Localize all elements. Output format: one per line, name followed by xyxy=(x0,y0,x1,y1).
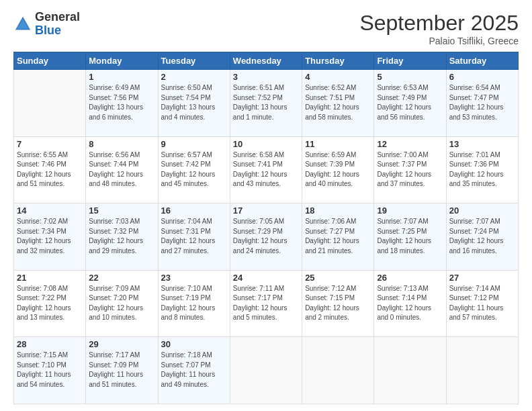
calendar-day-cell: 25Sunrise: 7:12 AM Sunset: 7:15 PM Dayli… xyxy=(302,270,374,337)
month-title: September 2025 xyxy=(359,11,519,36)
day-number: 24 xyxy=(233,273,299,283)
day-info: Sunrise: 6:52 AM Sunset: 7:51 PM Dayligh… xyxy=(305,83,371,122)
day-info: Sunrise: 6:59 AM Sunset: 7:39 PM Dayligh… xyxy=(305,150,371,189)
day-number: 30 xyxy=(161,339,227,349)
calendar-day-cell: 14Sunrise: 7:02 AM Sunset: 7:34 PM Dayli… xyxy=(14,203,86,271)
day-info: Sunrise: 6:53 AM Sunset: 7:49 PM Dayligh… xyxy=(377,83,443,122)
calendar-day-cell xyxy=(14,70,86,137)
day-info: Sunrise: 6:58 AM Sunset: 7:41 PM Dayligh… xyxy=(233,150,299,189)
calendar-day-cell: 15Sunrise: 7:03 AM Sunset: 7:32 PM Dayli… xyxy=(86,203,158,271)
day-info: Sunrise: 7:07 AM Sunset: 7:24 PM Dayligh… xyxy=(449,217,515,256)
day-number: 4 xyxy=(305,72,371,82)
day-info: Sunrise: 7:00 AM Sunset: 7:37 PM Dayligh… xyxy=(377,150,443,189)
logo: General Blue xyxy=(13,11,80,38)
day-info: Sunrise: 6:56 AM Sunset: 7:44 PM Dayligh… xyxy=(89,150,154,189)
logo-text: General Blue xyxy=(35,11,80,38)
calendar-day-cell: 9Sunrise: 6:57 AM Sunset: 7:42 PM Daylig… xyxy=(158,136,230,203)
calendar-day-cell: 27Sunrise: 7:14 AM Sunset: 7:12 PM Dayli… xyxy=(446,270,518,337)
day-number: 17 xyxy=(233,205,299,216)
day-header-thursday: Thursday xyxy=(302,52,374,70)
day-info: Sunrise: 7:15 AM Sunset: 7:10 PM Dayligh… xyxy=(17,351,83,390)
calendar-day-cell: 23Sunrise: 7:10 AM Sunset: 7:19 PM Dayli… xyxy=(158,270,230,337)
day-number: 16 xyxy=(161,205,227,216)
day-number: 23 xyxy=(161,273,227,283)
calendar-day-cell: 10Sunrise: 6:58 AM Sunset: 7:41 PM Dayli… xyxy=(230,136,302,203)
day-number: 19 xyxy=(377,205,443,216)
calendar-day-cell: 22Sunrise: 7:09 AM Sunset: 7:20 PM Dayli… xyxy=(86,270,158,337)
day-number: 15 xyxy=(89,205,154,216)
calendar-header-row: SundayMondayTuesdayWednesdayThursdayFrid… xyxy=(14,52,519,70)
calendar-day-cell: 20Sunrise: 7:07 AM Sunset: 7:24 PM Dayli… xyxy=(446,203,518,271)
calendar-day-cell xyxy=(446,337,518,404)
day-number: 2 xyxy=(161,72,227,82)
day-number: 12 xyxy=(377,139,443,149)
day-info: Sunrise: 7:13 AM Sunset: 7:14 PM Dayligh… xyxy=(377,284,443,323)
day-number: 27 xyxy=(449,273,515,283)
calendar-day-cell: 7Sunrise: 6:55 AM Sunset: 7:46 PM Daylig… xyxy=(14,136,86,203)
calendar-week-row: 14Sunrise: 7:02 AM Sunset: 7:34 PM Dayli… xyxy=(14,203,519,271)
calendar-week-row: 21Sunrise: 7:08 AM Sunset: 7:22 PM Dayli… xyxy=(14,270,519,337)
day-info: Sunrise: 7:03 AM Sunset: 7:32 PM Dayligh… xyxy=(89,217,154,256)
day-number: 21 xyxy=(17,273,83,283)
day-header-wednesday: Wednesday xyxy=(230,52,302,70)
day-info: Sunrise: 7:18 AM Sunset: 7:07 PM Dayligh… xyxy=(161,351,227,390)
day-number: 20 xyxy=(449,205,515,216)
calendar-day-cell: 17Sunrise: 7:05 AM Sunset: 7:29 PM Dayli… xyxy=(230,203,302,271)
calendar-day-cell: 5Sunrise: 6:53 AM Sunset: 7:49 PM Daylig… xyxy=(374,70,446,137)
day-info: Sunrise: 7:12 AM Sunset: 7:15 PM Dayligh… xyxy=(305,284,371,323)
calendar-day-cell: 6Sunrise: 6:54 AM Sunset: 7:47 PM Daylig… xyxy=(446,70,518,137)
day-info: Sunrise: 6:51 AM Sunset: 7:52 PM Dayligh… xyxy=(233,83,299,122)
header: General Blue September 2025 Palaio Tsifl… xyxy=(13,11,519,46)
day-number: 10 xyxy=(233,139,299,149)
day-info: Sunrise: 6:50 AM Sunset: 7:54 PM Dayligh… xyxy=(161,83,227,122)
day-info: Sunrise: 6:49 AM Sunset: 7:56 PM Dayligh… xyxy=(89,83,154,122)
day-number: 28 xyxy=(17,339,83,349)
calendar-day-cell: 26Sunrise: 7:13 AM Sunset: 7:14 PM Dayli… xyxy=(374,270,446,337)
day-number: 11 xyxy=(305,139,371,149)
calendar-day-cell: 1Sunrise: 6:49 AM Sunset: 7:56 PM Daylig… xyxy=(86,70,158,137)
day-info: Sunrise: 7:06 AM Sunset: 7:27 PM Dayligh… xyxy=(305,217,371,256)
day-number: 14 xyxy=(17,205,83,216)
day-info: Sunrise: 7:07 AM Sunset: 7:25 PM Dayligh… xyxy=(377,217,443,256)
day-info: Sunrise: 7:14 AM Sunset: 7:12 PM Dayligh… xyxy=(449,284,515,323)
day-info: Sunrise: 7:08 AM Sunset: 7:22 PM Dayligh… xyxy=(17,284,83,323)
day-number: 29 xyxy=(89,339,154,349)
day-info: Sunrise: 7:05 AM Sunset: 7:29 PM Dayligh… xyxy=(233,217,299,256)
day-number: 6 xyxy=(449,72,515,82)
day-info: Sunrise: 7:11 AM Sunset: 7:17 PM Dayligh… xyxy=(233,284,299,323)
calendar-day-cell: 18Sunrise: 7:06 AM Sunset: 7:27 PM Dayli… xyxy=(302,203,374,271)
day-info: Sunrise: 7:17 AM Sunset: 7:09 PM Dayligh… xyxy=(89,351,154,390)
day-header-friday: Friday xyxy=(374,52,446,70)
day-number: 3 xyxy=(233,72,299,82)
calendar-week-row: 7Sunrise: 6:55 AM Sunset: 7:46 PM Daylig… xyxy=(14,136,519,203)
day-info: Sunrise: 7:09 AM Sunset: 7:20 PM Dayligh… xyxy=(89,284,154,323)
calendar-day-cell: 16Sunrise: 7:04 AM Sunset: 7:31 PM Dayli… xyxy=(158,203,230,271)
day-number: 1 xyxy=(89,72,154,82)
calendar-day-cell xyxy=(374,337,446,404)
calendar-day-cell: 2Sunrise: 6:50 AM Sunset: 7:54 PM Daylig… xyxy=(158,70,230,137)
day-number: 25 xyxy=(305,273,371,283)
calendar-day-cell: 30Sunrise: 7:18 AM Sunset: 7:07 PM Dayli… xyxy=(158,337,230,404)
logo-icon xyxy=(13,15,32,34)
title-block: September 2025 Palaio Tsifliki, Greece xyxy=(359,11,519,46)
calendar-day-cell: 4Sunrise: 6:52 AM Sunset: 7:51 PM Daylig… xyxy=(302,70,374,137)
day-info: Sunrise: 7:01 AM Sunset: 7:36 PM Dayligh… xyxy=(449,150,515,189)
calendar-day-cell: 21Sunrise: 7:08 AM Sunset: 7:22 PM Dayli… xyxy=(14,270,86,337)
calendar-day-cell: 29Sunrise: 7:17 AM Sunset: 7:09 PM Dayli… xyxy=(86,337,158,404)
calendar-day-cell: 19Sunrise: 7:07 AM Sunset: 7:25 PM Dayli… xyxy=(374,203,446,271)
calendar-day-cell: 13Sunrise: 7:01 AM Sunset: 7:36 PM Dayli… xyxy=(446,136,518,203)
day-info: Sunrise: 7:04 AM Sunset: 7:31 PM Dayligh… xyxy=(161,217,227,256)
day-info: Sunrise: 7:02 AM Sunset: 7:34 PM Dayligh… xyxy=(17,217,83,256)
calendar-day-cell: 24Sunrise: 7:11 AM Sunset: 7:17 PM Dayli… xyxy=(230,270,302,337)
day-info: Sunrise: 6:57 AM Sunset: 7:42 PM Dayligh… xyxy=(161,150,227,189)
day-number: 22 xyxy=(89,273,154,283)
day-header-tuesday: Tuesday xyxy=(158,52,230,70)
day-number: 13 xyxy=(449,139,515,149)
calendar-week-row: 28Sunrise: 7:15 AM Sunset: 7:10 PM Dayli… xyxy=(14,337,519,404)
day-header-sunday: Sunday xyxy=(14,52,86,70)
calendar-day-cell: 28Sunrise: 7:15 AM Sunset: 7:10 PM Dayli… xyxy=(14,337,86,404)
day-number: 8 xyxy=(89,139,154,149)
calendar-day-cell: 3Sunrise: 6:51 AM Sunset: 7:52 PM Daylig… xyxy=(230,70,302,137)
calendar-day-cell: 12Sunrise: 7:00 AM Sunset: 7:37 PM Dayli… xyxy=(374,136,446,203)
location-subtitle: Palaio Tsifliki, Greece xyxy=(359,36,519,46)
